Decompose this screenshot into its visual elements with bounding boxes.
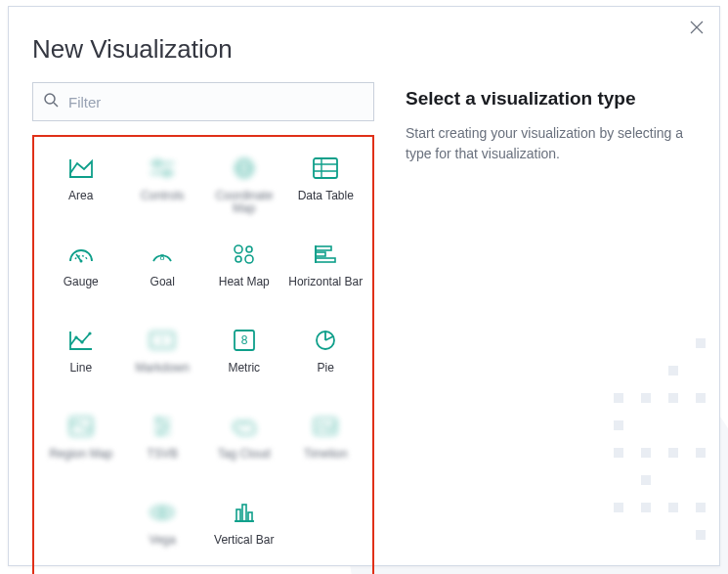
viz-type-controls[interactable]: Controls [122,149,204,227]
viz-type-label: Area [68,190,93,202]
viz-type-goal[interactable]: 8Goal [122,235,204,313]
viz-type-label: TSVB [148,448,178,461]
viz-type-label: Region Map [49,448,112,461]
viz-type-line[interactable]: Line [40,321,122,399]
coord-map-icon [231,155,258,182]
viz-type-label: Horizontal Bar [288,276,363,288]
viz-type-area[interactable]: Area [40,149,122,227]
viz-type-markdown[interactable]: TMarkdown [122,321,204,399]
svg-rect-5 [314,158,337,178]
viz-type-grid-highlight: AreaControlsCoordinate MapData TableGaug… [32,135,374,574]
viz-type-label: Vega [150,534,176,547]
help-title: Select a visualization type [406,88,696,110]
close-icon [690,21,704,34]
viz-type-grid: AreaControlsCoordinate MapData TableGaug… [40,149,366,571]
viz-type-label: Metric [228,362,260,375]
timelion-icon [312,413,339,440]
viz-type-pie[interactable]: Pie [285,321,367,399]
metric-icon: 8 [231,327,258,354]
viz-type-timelion[interactable]: Timelion [285,407,367,485]
new-visualization-modal: New Visualization AreaControlsCoordinate… [8,6,720,566]
svg-rect-23 [70,418,92,435]
v-bar-icon [231,499,258,526]
viz-type-gauge[interactable]: Gauge [40,235,122,313]
svg-point-11 [245,255,253,263]
viz-type-vega[interactable]: Vega [122,493,204,571]
h-bar-icon [312,241,339,268]
help-panel: Select a visualization type Start creati… [406,82,696,574]
close-button[interactable] [688,19,706,36]
viz-type-label: Pie [318,362,334,375]
viz-type-label: Data Table [298,190,354,202]
line-icon [67,327,95,354]
svg-point-24 [156,418,160,421]
svg-point-8 [235,245,242,253]
viz-type-heat-map[interactable]: Heat Map [203,235,285,313]
heat-map-icon [231,241,258,268]
search-icon [43,92,59,111]
goal-icon: 8 [149,241,176,268]
svg-point-9 [246,246,252,252]
viz-type-data-table[interactable]: Data Table [285,149,367,227]
svg-text:8: 8 [240,333,247,347]
viz-type-label: Timelion [304,448,348,461]
svg-rect-30 [236,509,240,521]
viz-type-label: Controls [141,190,185,202]
viz-type-coordinate-map[interactable]: Coordinate Map [203,149,285,227]
tag-cloud-icon [231,413,258,440]
vega-icon [149,499,176,526]
filter-input-wrap[interactable] [32,82,374,121]
svg-rect-13 [316,252,325,256]
viz-type-label: Goal [150,276,175,288]
viz-type-vertical-bar[interactable]: Vertical Bar [203,493,285,571]
svg-point-29 [159,509,165,515]
filter-input[interactable] [66,93,364,111]
svg-point-17 [88,331,91,334]
viz-type-label: Coordinate Map [203,190,285,215]
area-icon [67,155,95,182]
viz-type-label: Tag Cloud [218,448,271,461]
data-table-icon [312,155,339,182]
help-description: Start creating your visualization by sel… [406,123,696,164]
pie-icon [312,327,339,354]
svg-point-1 [154,160,160,166]
svg-rect-12 [316,246,331,250]
viz-type-label: Heat Map [219,276,270,288]
controls-icon [149,155,176,182]
svg-point-10 [236,256,241,262]
svg-rect-31 [242,505,246,521]
viz-type-label: Gauge [64,276,99,288]
gauge-icon [67,241,95,268]
svg-point-16 [80,340,83,343]
viz-type-label: Line [69,362,92,375]
markdown-icon: T [149,327,176,354]
viz-type-label: Vertical Bar [214,534,274,547]
svg-point-25 [164,424,168,428]
viz-type-region-map[interactable]: Region Map [40,407,122,485]
svg-point-0 [45,94,55,104]
visualization-picker: AreaControlsCoordinate MapData TableGaug… [32,82,374,574]
viz-type-horizontal-bar[interactable]: Horizontal Bar [285,235,367,313]
viz-type-tag-cloud[interactable]: Tag Cloud [203,407,285,485]
region-map-icon [67,413,95,440]
viz-type-metric[interactable]: 8Metric [203,321,285,399]
svg-point-15 [74,335,77,338]
tsvb-icon [149,413,176,440]
svg-point-26 [158,431,162,435]
viz-type-tsvb[interactable]: TSVB [122,407,204,485]
svg-rect-32 [248,512,252,521]
svg-text:T: T [160,336,166,346]
svg-point-28 [151,507,173,518]
svg-text:8: 8 [160,252,165,262]
viz-type-label: Markdown [136,362,190,375]
svg-point-2 [164,170,170,176]
modal-title: New Visualization [9,7,719,82]
svg-rect-14 [316,258,335,262]
